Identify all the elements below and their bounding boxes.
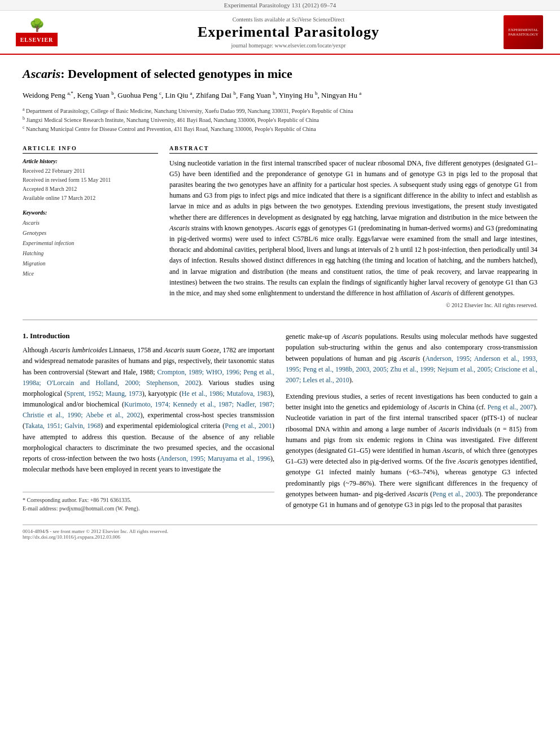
body-columns: 1. Introduction Although Ascaris lumbric… [23, 331, 537, 516]
journal-ref-text: Experimental Parasitology 131 (2012) 69–… [224, 2, 336, 8]
journal-header: 🌳 ELSEVIER Contents lists available at S… [0, 11, 560, 55]
elsevier-wordmark: ELSEVIER [20, 37, 54, 43]
affiliation-a: a Department of Parasitology, College of… [23, 106, 537, 115]
revised-date: Received in revised form 15 May 2011 [23, 176, 158, 185]
received-date: Received 22 February 2011 [23, 167, 158, 176]
article-info-abstract: ARTICLE INFO Article history: Received 2… [23, 145, 537, 308]
journal-logo-right: EXPERIMENTALPARASITOLOGY [504, 15, 549, 49]
keyword-mice: Mice [23, 269, 158, 279]
article-history: Article history: Received 22 February 20… [23, 158, 158, 203]
affiliation-c: c Nanchang Municipal Centre for Disease … [23, 124, 537, 133]
keywords-group: Keywords: Ascaris Genotypes Experimental… [23, 209, 158, 279]
article-info-column: ARTICLE INFO Article history: Received 2… [23, 145, 158, 308]
journal-reference-bar: Experimental Parasitology 131 (2012) 69–… [0, 0, 560, 11]
copyright-text: © 2012 Elsevier Inc. All rights reserved… [169, 302, 537, 308]
keyword-hatching: Hatching [23, 248, 158, 259]
main-content: Ascaris: Development of selected genotyp… [0, 55, 560, 551]
footer-doi: http://dx.doi.org/10.1016/j.exppara.2012… [23, 534, 537, 540]
footer-bar: 0014-4894/$ - see front matter © 2012 El… [23, 525, 537, 540]
journal-homepage: journal homepage: www.elsevier.com/locat… [73, 42, 504, 49]
affiliations: a Department of Parasitology, College of… [23, 106, 537, 134]
abstract-label: ABSTRACT [169, 145, 537, 154]
footer-issn: 0014-4894/$ - see front matter © 2012 El… [23, 528, 537, 534]
intro-heading: 1. Introduction [23, 331, 274, 340]
keyword-experimental: Experimental infection [23, 238, 158, 248]
journal-title-block: Contents lists available at SciVerse Sci… [73, 16, 504, 49]
abstract-column: ABSTRACT Using nucleotide variation in t… [169, 145, 537, 308]
abstract-text: Using nucleotide variation in the first … [169, 158, 537, 299]
article-title: Ascaris: Development of selected genotyp… [23, 66, 537, 82]
elsevier-logo-left: 🌳 ELSEVIER [11, 18, 62, 46]
journal-main-title: Experimental Parasitology [73, 24, 504, 41]
affiliation-b: b Jiangxi Medical Science Research Insti… [23, 115, 537, 124]
intro-paragraph-3: Extending previous studies, a series of … [286, 391, 537, 510]
history-title: Article history: [23, 158, 158, 164]
body-left-column: 1. Introduction Although Ascaris lumbric… [23, 331, 274, 516]
keyword-migration: Migration [23, 259, 158, 269]
title-italic: Ascaris [23, 67, 60, 81]
article-info-label: ARTICLE INFO [23, 145, 158, 154]
accepted-date: Accepted 8 March 2012 [23, 185, 158, 194]
intro-paragraph-2: genetic make-up of Ascaris populations. … [286, 331, 537, 386]
email-note: E-mail address: pwdjxmu@hotmail.com (W. … [23, 504, 274, 513]
intro-paragraph-1: Although Ascaris lumbricoides Linnaeus, … [23, 345, 274, 475]
corresponding-note: * Corresponding author. Fax: +86 791 636… [23, 496, 274, 504]
keywords-label: Keywords: [23, 209, 158, 216]
section-divider [23, 320, 537, 320]
authors-line: Weidong Peng a,*, Keng Yuan b, Guohua Pe… [23, 89, 537, 102]
keyword-ascaris: Ascaris [23, 218, 158, 228]
keyword-genotypes: Genotypes [23, 228, 158, 238]
sciverse-text: Contents lists available at SciVerse Sci… [73, 16, 504, 23]
online-date: Available online 17 March 2012 [23, 194, 158, 203]
body-right-column: genetic make-up of Ascaris populations. … [286, 331, 537, 516]
journal-cover-image: EXPERIMENTALPARASITOLOGY [504, 15, 543, 49]
title-rest: : Development of selected genotypes in m… [60, 67, 292, 81]
footnotes: * Corresponding author. Fax: +86 791 636… [23, 492, 274, 513]
